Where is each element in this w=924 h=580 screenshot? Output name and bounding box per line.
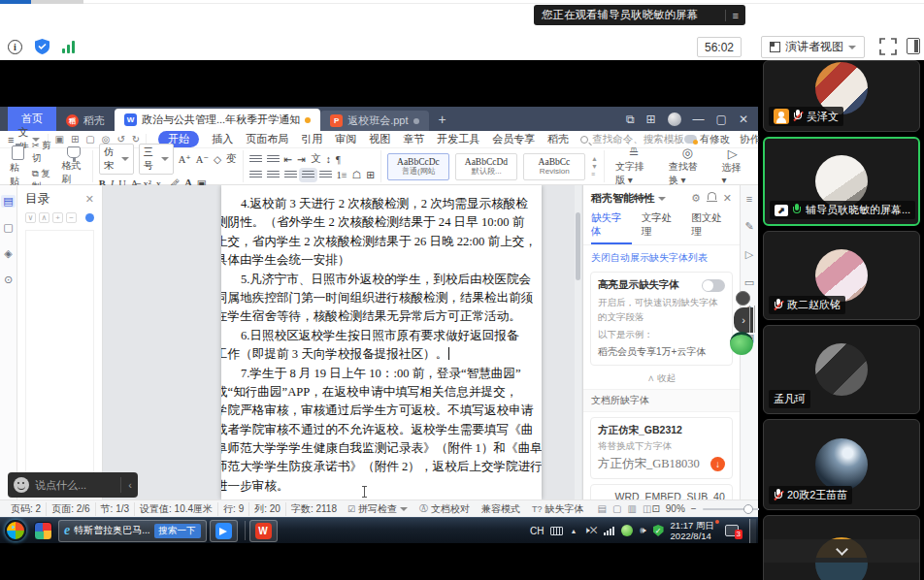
auto-show-link[interactable]: 关闭自动展示缺失字体列表	[583, 245, 740, 267]
keyboard-icon[interactable]	[550, 527, 563, 535]
minimize-button[interactable]: —	[693, 113, 705, 126]
network-icon[interactable]	[604, 527, 614, 535]
justify-button[interactable]	[302, 171, 314, 179]
tab-document[interactable]: W 政治与公共管理...年秋季开学通知	[115, 109, 320, 131]
show-desktop-button[interactable]	[749, 519, 756, 543]
web-view-icon[interactable]: ▢	[612, 503, 621, 514]
document-line[interactable]: 师范大学学生防疫承诺书》（附件 2），返校后上交学院进行	[221, 458, 542, 476]
close-icon[interactable]: ✕	[85, 193, 94, 206]
widget-ball-icon[interactable]	[736, 291, 750, 306]
command-search[interactable]: 查找命令、搜索模板	[580, 133, 684, 146]
new-tab-button[interactable]: +	[439, 112, 446, 127]
meeting-info-icon[interactable]: i	[8, 40, 22, 54]
print-icon[interactable]: ▢	[85, 134, 94, 145]
tab-docer[interactable]: 稻 稻壳	[56, 111, 115, 131]
ribbon-tab[interactable]: 视图	[369, 132, 390, 146]
switch-window-icon[interactable]: ⧉	[626, 113, 635, 126]
meeting-chat-pill[interactable]: 说点什么... ‹	[8, 472, 138, 498]
document-line[interactable]: 6.日照校区返校学生按日照市原有要求做好返回报备	[221, 327, 542, 345]
emoji-icon[interactable]	[14, 477, 29, 493]
style-revision[interactable]: AaBbCc Revision	[523, 153, 585, 180]
zoom-in-icon[interactable]: +	[52, 212, 63, 223]
start-button[interactable]	[5, 520, 26, 541]
antivirus-shield-icon[interactable]: ✓	[653, 525, 664, 536]
document-line[interactable]: 进一步审核。	[221, 477, 542, 496]
distribute-button[interactable]	[319, 171, 332, 179]
taskbar-browser-button[interactable]: e 特斯普拉奥巴马... 搜索一下	[58, 520, 207, 542]
grow-font-button[interactable]: A⁺	[179, 153, 191, 165]
sidebar-toggle-icon[interactable]	[907, 38, 920, 54]
shrink-font-button[interactable]: A⁻	[196, 153, 209, 165]
collapse-all-icon[interactable]: ∧	[39, 212, 50, 223]
gear-icon[interactable]: ⚙	[691, 192, 701, 205]
system-clock[interactable]: 21:17 周日 2022/8/14	[671, 520, 718, 542]
export-icon[interactable]: ⊞	[71, 134, 79, 145]
taskbar-wps-button[interactable]: W	[249, 520, 278, 542]
bullet-list-button[interactable]	[249, 155, 262, 164]
format-painter-button[interactable]: 格式刷	[62, 146, 86, 186]
chevron-down-icon[interactable]	[658, 197, 666, 201]
toc-panel-icon[interactable]: ▤	[1, 195, 15, 208]
font-size-select[interactable]: 三号	[139, 144, 174, 175]
document-line[interactable]: 或“知行曲园”APP，在返校申请中填写相关信息并提交，	[221, 383, 542, 402]
pen-icon[interactable]: ✎	[744, 220, 753, 233]
participant-tile[interactable]: ⬈	[763, 515, 920, 580]
ribbon-tab[interactable]: 页面布局	[246, 132, 288, 146]
ribbon-tab[interactable]: 章节	[403, 132, 424, 146]
line-spacing-button[interactable]: 1≡	[337, 170, 347, 180]
sidebar-resize-grip[interactable]	[749, 306, 755, 333]
align-center-button[interactable]	[267, 171, 280, 179]
number-list-button[interactable]	[267, 155, 280, 164]
volume-icon[interactable]: 🕪	[640, 525, 645, 536]
page-view-icon[interactable]: ▤	[598, 503, 607, 514]
outline-view-icon[interactable]: ▥	[627, 503, 636, 514]
asian-layout-button[interactable]: 文	[311, 152, 321, 166]
muted-speaker-icon[interactable]: 🕨✕	[583, 525, 597, 536]
document-line[interactable]: 在学生宿舍等待，核酸检测结果无异常后方可正常活动。	[221, 307, 542, 326]
bookmark-panel-icon[interactable]: ◈	[4, 247, 12, 260]
zoom-value[interactable]: 90%	[666, 503, 685, 514]
style-down-icon[interactable]: ▼	[591, 163, 598, 170]
save-icon[interactable]: ▣	[54, 134, 63, 145]
show-marks-button[interactable]: ¶	[336, 154, 341, 165]
participant-tile[interactable]: ⬈ 政二赵欣铭	[763, 231, 920, 320]
paste-button[interactable]: 粘贴	[10, 145, 26, 188]
document-line[interactable]: 7.学生于 8 月 19 日上午 10：:00 前，登录“智慧曲园”	[221, 365, 542, 383]
collaborate-button[interactable]: 协作	[740, 133, 760, 146]
bell-icon[interactable]	[708, 192, 716, 200]
tray-expand-icon[interactable]: ▲	[570, 528, 577, 534]
download-icon[interactable]: ↓	[710, 457, 725, 471]
taskbar-meeting-button[interactable]	[210, 520, 238, 542]
increase-indent-button[interactable]: ⇥	[297, 153, 306, 165]
ribbon-tab[interactable]: 稻壳	[547, 132, 569, 146]
participant-tile[interactable]: ⬈ 吴泽文	[763, 60, 920, 132]
document-page[interactable]: 4.返校前 3 天进行 2 次核酸检测，2 次均需显示核酸检 测阴性。（省外学生…	[221, 185, 542, 499]
ribbon-tab[interactable]: 审阅	[335, 132, 356, 146]
find-replace-button[interactable]: ◎查找替换 ▾	[664, 146, 711, 187]
participant-tile[interactable]: ⬈ 孟凡珂	[763, 325, 920, 414]
document-line[interactable]: 5.凡济宁市、日照市外返校的学生，到校后由校医院会	[221, 271, 542, 289]
zoom-out-button[interactable]: −	[691, 503, 697, 514]
participant-tile[interactable]: ⬈ 20政2王苗苗	[763, 419, 920, 510]
search-chip[interactable]: 搜索一下	[154, 524, 201, 538]
participant-tile[interactable]: ⬈ 辅导员耿晓敏的屏幕...	[763, 137, 920, 226]
cursor-icon[interactable]: ▷	[745, 248, 753, 261]
scroll-down-button[interactable]	[764, 539, 919, 563]
document-line[interactable]: 4.返校前 3 天进行 2 次核酸检测，2 次均需显示核酸检	[221, 195, 542, 213]
sort-button[interactable]: ↕	[326, 154, 331, 165]
style-more-icon[interactable]: ≡	[591, 171, 598, 177]
expand-all-icon[interactable]: ∨	[25, 212, 36, 223]
ribbon-tab[interactable]: 开发工具	[437, 132, 479, 146]
tab-presentation[interactable]: P 返校班会.ppt	[320, 111, 428, 131]
thumbnail-panel-icon[interactable]: ▢	[3, 221, 13, 234]
cut-button[interactable]: ✂ 剪切	[32, 140, 56, 165]
text-typeset-button[interactable]: ≞文字排版 ▾	[610, 146, 658, 187]
notification-tray-icon[interactable]: 3	[725, 525, 739, 536]
taskbar-app-icon[interactable]	[34, 522, 52, 540]
panel-tab[interactable]: 缺失字体	[591, 211, 632, 244]
fullscreen-icon[interactable]	[879, 38, 897, 55]
toast-menu-icon[interactable]: ≡	[725, 10, 745, 21]
document-line[interactable]: 学院严格审核，审核通过后学生方可返校。不填写返校申请	[221, 402, 542, 420]
style-up-icon[interactable]: ▲	[591, 155, 598, 162]
document-line[interactable]: 测阴性。（省外学生 2 次核酸检测结果于 24 日早 10:00 前	[221, 213, 542, 232]
